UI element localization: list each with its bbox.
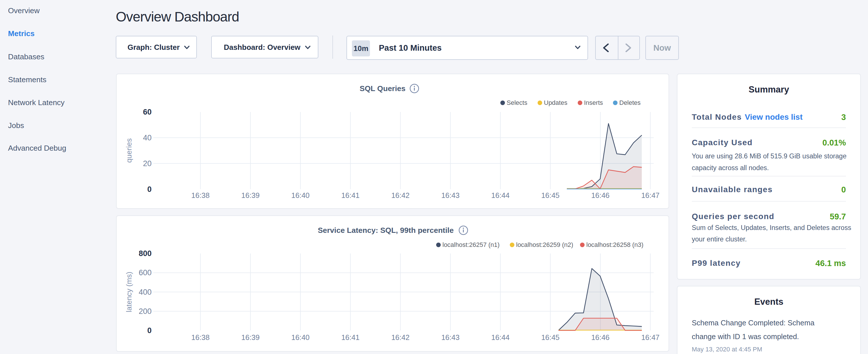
- svg-text:16:46: 16:46: [591, 333, 610, 342]
- svg-text:60: 60: [143, 108, 152, 116]
- svg-text:16:41: 16:41: [341, 333, 360, 342]
- svg-text:400: 400: [139, 288, 152, 296]
- svg-text:16:47: 16:47: [641, 333, 660, 342]
- svg-text:200: 200: [139, 307, 152, 316]
- svg-text:16:42: 16:42: [391, 191, 409, 199]
- svg-text:16:43: 16:43: [441, 191, 460, 199]
- svg-text:16:40: 16:40: [291, 333, 309, 342]
- svg-text:40: 40: [143, 133, 152, 142]
- svg-text:16:44: 16:44: [491, 191, 509, 199]
- svg-text:16:46: 16:46: [591, 191, 610, 199]
- svg-text:16:39: 16:39: [241, 191, 260, 199]
- svg-text:16:45: 16:45: [541, 333, 560, 342]
- svg-text:16:44: 16:44: [491, 333, 509, 342]
- svg-text:latency (ms): latency (ms): [125, 272, 133, 313]
- svg-text:800: 800: [139, 249, 152, 258]
- svg-text:16:42: 16:42: [391, 333, 409, 342]
- svg-text:queries: queries: [125, 138, 133, 163]
- svg-text:16:43: 16:43: [441, 333, 460, 342]
- svg-text:16:47: 16:47: [641, 191, 660, 199]
- svg-text:16:40: 16:40: [291, 191, 309, 199]
- svg-text:600: 600: [139, 268, 152, 277]
- svg-text:16:41: 16:41: [341, 191, 360, 199]
- svg-text:0: 0: [147, 326, 152, 335]
- svg-text:16:38: 16:38: [191, 191, 210, 199]
- svg-text:16:39: 16:39: [241, 333, 260, 342]
- svg-text:16:45: 16:45: [541, 191, 560, 199]
- svg-text:0: 0: [147, 185, 152, 194]
- svg-text:16:38: 16:38: [191, 333, 210, 342]
- svg-text:20: 20: [143, 159, 152, 168]
